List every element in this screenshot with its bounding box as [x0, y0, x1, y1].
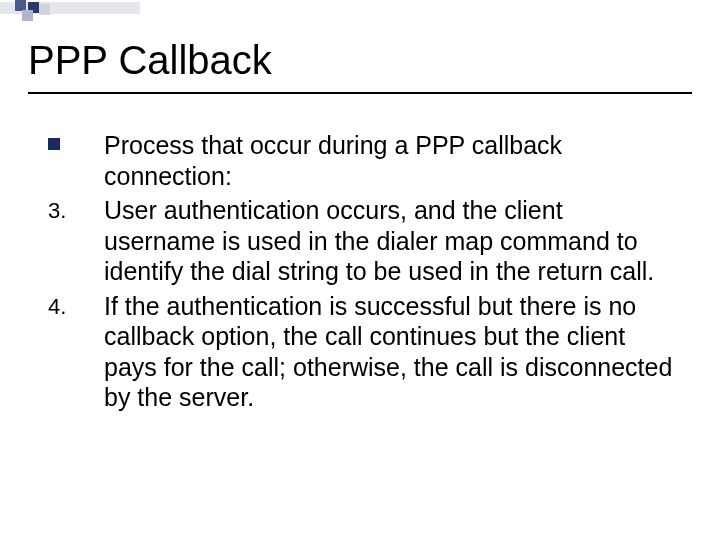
list-item-number: 3. [48, 195, 104, 225]
list-item: 4. If the authentication is successful b… [48, 291, 680, 413]
list-item-number: 4. [48, 291, 104, 321]
slide: PPP Callback Process that occur during a… [0, 0, 720, 540]
list-item: 3. User authentication occurs, and the c… [48, 195, 680, 287]
list-item-text: User authentication occurs, and the clie… [104, 195, 680, 287]
bullet-square-icon [48, 130, 104, 157]
slide-corner-decoration [0, 0, 140, 24]
list-item-text: If the authentication is successful but … [104, 291, 680, 413]
slide-title: PPP Callback [28, 38, 692, 82]
title-underline [28, 92, 692, 94]
slide-body: Process that occur during a PPP callback… [48, 130, 680, 417]
list-item: Process that occur during a PPP callback… [48, 130, 680, 191]
list-item-text: Process that occur during a PPP callback… [104, 130, 680, 191]
